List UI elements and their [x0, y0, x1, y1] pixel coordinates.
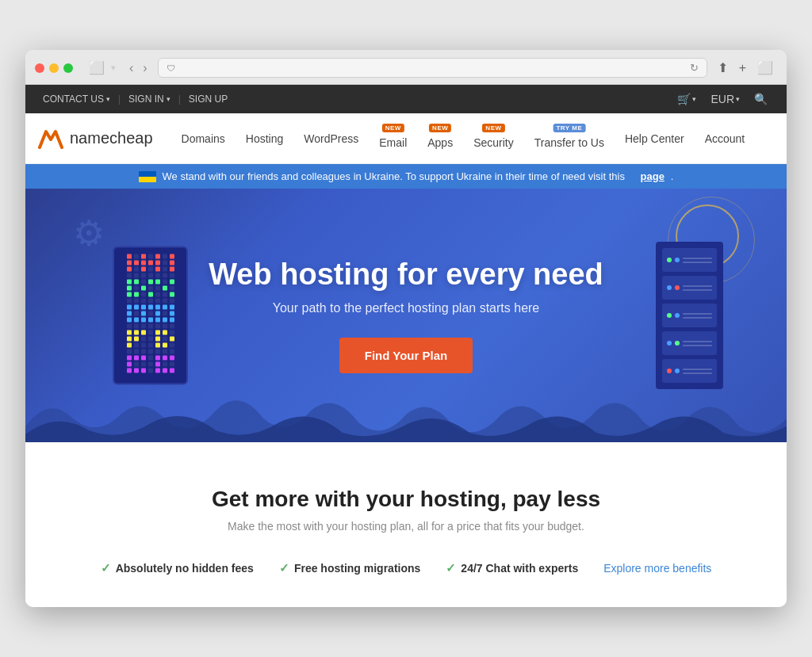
nav-item-wordpress[interactable]: WordPress: [294, 126, 368, 151]
separator-2: |: [178, 94, 181, 105]
search-button[interactable]: 🔍: [748, 90, 774, 109]
window-controls: ⬜ ▾: [86, 59, 116, 77]
logo-icon: [38, 128, 63, 149]
signin-link[interactable]: SIGN IN ▾: [124, 94, 175, 105]
traffic-lights: [35, 63, 73, 73]
benefit-item-3: ✓ 24/7 Chat with experts: [446, 561, 578, 575]
find-plan-button[interactable]: Find Your Plan: [339, 338, 473, 373]
browser-window: ⬜ ▾ ‹ › 🛡 namecheap.com ↻ ⬆ + ⬜ CONTACT …: [25, 50, 787, 607]
email-badge: NEW: [382, 124, 404, 132]
nav-item-transfer[interactable]: TRY ME Transfer to Us: [525, 122, 614, 155]
nav-label-domains: Domains: [182, 132, 225, 145]
apps-badge: NEW: [429, 124, 451, 132]
server-unit-4: [662, 331, 717, 355]
nav-item-domains[interactable]: Domains: [172, 126, 235, 151]
tabs-button[interactable]: ⬜: [753, 58, 777, 78]
hero-title: Web hosting for every need: [209, 258, 603, 292]
server-unit-1: [662, 248, 717, 272]
nav-buttons: ‹ ›: [125, 59, 151, 77]
logo-text: namecheap: [70, 129, 153, 147]
contact-us-link[interactable]: CONTACT US ▾: [38, 94, 115, 105]
toolbar-right: ⬆ + ⬜: [714, 58, 777, 78]
nav-label-hosting: Hosting: [246, 132, 283, 145]
sidebar-toggle-button[interactable]: ⬜: [86, 59, 108, 77]
nav-item-email[interactable]: NEW Email: [370, 122, 416, 155]
benefits-section: Get more with your hosting, pay less Mak…: [25, 442, 787, 607]
forward-button[interactable]: ›: [139, 59, 151, 77]
new-tab-button[interactable]: +: [735, 59, 750, 78]
url-input[interactable]: namecheap.com: [180, 62, 685, 74]
benefits-subtitle: Make the most with your hosting plan, al…: [57, 520, 755, 533]
ukraine-banner-period: .: [671, 170, 674, 182]
server-rack: [656, 242, 723, 389]
nav-label-apps: Apps: [427, 136, 453, 149]
ukraine-flag: [139, 171, 156, 182]
ukraine-banner-text: We stand with our friends and colleagues…: [163, 170, 625, 182]
currency-selector[interactable]: EUR ▾: [704, 90, 746, 109]
main-nav: namecheap Domains Hosting WordPress NEW …: [25, 113, 787, 164]
server-unit-3: [662, 304, 717, 327]
back-button[interactable]: ‹: [125, 59, 137, 77]
nav-item-help[interactable]: Help Center: [615, 126, 694, 151]
security-icon: 🛡: [167, 63, 175, 73]
separator-1: |: [118, 94, 121, 105]
ukraine-banner-link[interactable]: page: [641, 170, 665, 182]
top-bar-right: 🛒 ▾ EUR ▾ 🔍: [671, 90, 774, 109]
benefit-item-1: ✓ Absolutely no hidden fees: [101, 561, 254, 575]
close-button[interactable]: [35, 63, 44, 73]
benefit-label-3: 24/7 Chat with experts: [461, 562, 578, 575]
nav-items: Domains Hosting WordPress NEW Email NEW …: [172, 122, 774, 155]
signup-link[interactable]: SIGN UP: [184, 94, 232, 105]
benefits-list: ✓ Absolutely no hidden fees ✓ Free hosti…: [57, 561, 755, 575]
address-bar[interactable]: 🛡 namecheap.com ↻: [158, 58, 707, 78]
minimize-button[interactable]: [49, 63, 59, 73]
nav-label-account: Account: [705, 132, 745, 145]
benefits-title: Get more with your hosting, pay less: [57, 487, 755, 512]
server-unit-2: [662, 276, 717, 300]
refresh-button[interactable]: ↻: [690, 62, 699, 74]
ukraine-banner: We stand with our friends and colleagues…: [25, 164, 787, 189]
check-icon-2: ✓: [279, 561, 289, 575]
contact-dropdown-arrow: ▾: [106, 95, 110, 103]
signup-label: SIGN UP: [189, 94, 228, 105]
signin-dropdown-arrow: ▾: [167, 95, 170, 103]
nav-item-security[interactable]: NEW Security: [464, 122, 523, 155]
logo-link[interactable]: namecheap: [38, 128, 153, 149]
foliage-decoration: [25, 379, 787, 442]
browser-titlebar: ⬜ ▾ ‹ › 🛡 namecheap.com ↻ ⬆ + ⬜: [25, 50, 787, 85]
hero-content: Web hosting for every need Your path to …: [209, 258, 603, 373]
nav-label-wordpress: WordPress: [304, 132, 358, 145]
nav-label-help: Help Center: [625, 132, 684, 145]
hero-subtitle: Your path to the perfect hosting plan st…: [209, 301, 603, 315]
nav-item-apps[interactable]: NEW Apps: [418, 122, 462, 155]
nav-label-transfer: Transfer to Us: [534, 136, 604, 149]
cart-icon[interactable]: 🛒 ▾: [671, 90, 703, 109]
transfer-badge: TRY ME: [553, 124, 585, 132]
nav-label-email: Email: [379, 136, 407, 149]
currency-label: EUR: [710, 93, 734, 105]
benefit-label-2: Free hosting migrations: [294, 562, 420, 575]
nav-item-hosting[interactable]: Hosting: [236, 126, 293, 151]
benefit-item-2: ✓ Free hosting migrations: [279, 561, 420, 575]
contact-us-label: CONTACT US: [43, 94, 104, 105]
explore-more-link[interactable]: Explore more benefits: [603, 562, 711, 575]
gear-decoration: ⚙: [73, 212, 113, 252]
signin-label: SIGN IN: [128, 94, 164, 105]
nav-item-account[interactable]: Account: [695, 126, 755, 151]
check-icon-3: ✓: [446, 561, 456, 575]
benefit-label-1: Absolutely no hidden fees: [116, 562, 254, 575]
nav-label-security: Security: [473, 136, 514, 149]
maximize-button[interactable]: [63, 63, 73, 73]
top-bar: CONTACT US ▾ | SIGN IN ▾ | SIGN UP 🛒 ▾ E…: [25, 85, 787, 113]
security-badge: NEW: [482, 124, 504, 132]
share-button[interactable]: ⬆: [714, 58, 732, 78]
hero-section: ⚙: [25, 189, 787, 442]
check-icon-1: ✓: [101, 561, 111, 575]
dot-board: [113, 246, 188, 385]
